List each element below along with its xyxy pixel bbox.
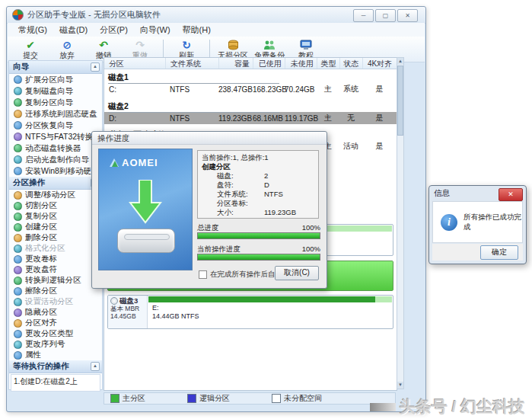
- close-button[interactable]: ✕: [397, 9, 418, 22]
- column-filesystem[interactable]: 文件系统: [165, 58, 218, 69]
- menu-partition[interactable]: 分区(P): [94, 24, 134, 36]
- sidebar-item-partition-alignment[interactable]: 分区对齐: [9, 318, 102, 328]
- field-value: NTFS: [264, 190, 283, 199]
- operation-icon: [14, 319, 22, 328]
- sidebar-item-ntfs-fat32-converter[interactable]: NTFS与FAT32转换器: [9, 131, 102, 142]
- sidebar-item-resize-move-partition[interactable]: 调整/移动分区: [9, 190, 102, 200]
- vertical-scrollbar[interactable]: ▲ ▼: [397, 57, 404, 389]
- wizard-icon: [14, 155, 22, 164]
- menu-help[interactable]: 帮助(H): [177, 24, 217, 36]
- column-4k-aligned[interactable]: 4K对齐: [362, 58, 397, 69]
- app-logo-icon: [12, 9, 24, 21]
- sidebar-item-copy-partition[interactable]: 复制分区: [9, 211, 102, 222]
- sidebar-item-bootable-cd-wizard[interactable]: 启动光盘制作向导: [9, 154, 102, 165]
- menu-disk[interactable]: 磁盘(D): [53, 24, 94, 36]
- wizard-icon: [14, 87, 22, 95]
- collapse-icon[interactable]: ▲: [91, 62, 100, 72]
- scrollbar-thumb[interactable]: [397, 66, 403, 136]
- sidebar-item-partition-copy-wizard[interactable]: 复制分区向导: [9, 97, 102, 108]
- operation-icon: [14, 266, 22, 274]
- disk3-partition-block[interactable]: E: 14.44GB NTFS: [148, 296, 393, 328]
- operation-icon: [14, 255, 22, 264]
- sidebar-item-hide-partition[interactable]: 隐藏分区: [9, 307, 102, 318]
- operation-icon: [14, 223, 22, 232]
- table-cell: 无: [339, 113, 362, 123]
- wizard-icon: [14, 98, 22, 107]
- sidebar-item-convert-to-logical[interactable]: 转换到逻辑分区: [9, 275, 102, 286]
- sidebar-item-dynamic-disk-converter[interactable]: 动态磁盘转换器: [9, 142, 102, 154]
- menu-wizard[interactable]: 向导(W): [134, 24, 177, 36]
- toolbar-separator: [209, 40, 210, 59]
- sidebar-item-delete-partition[interactable]: 删除分区: [9, 232, 102, 243]
- column-type[interactable]: 类型: [317, 58, 339, 69]
- discard-icon: ⊘: [62, 40, 72, 51]
- table-row-c[interactable]: C: NTFS 238.47GB 168.23GB 70.24GB 主 系统 是: [104, 83, 397, 95]
- sidebar-item-disk-copy-wizard[interactable]: 复制磁盘向导: [9, 85, 102, 97]
- operation-icon: [14, 298, 22, 306]
- diskmap-disk3[interactable]: 磁盘3 基本 MBR 14.45GB E: 14.44GB NTFS: [107, 295, 393, 329]
- sidebar-item-win8-to-usb[interactable]: 安装Win8到移动硬盘: [9, 165, 102, 177]
- minimize-button[interactable]: ─: [353, 9, 374, 22]
- menu-general[interactable]: 常规(G): [12, 24, 53, 36]
- pending-operation-item[interactable]: 1.创建D:在磁盘2上: [11, 374, 100, 392]
- scroll-up-icon[interactable]: ▲: [397, 58, 403, 65]
- close-icon[interactable]: ✕: [499, 188, 523, 201]
- operation-icon: [14, 234, 22, 242]
- sidebar-item-partition-recovery-wizard[interactable]: 分区恢复向导: [9, 120, 102, 131]
- section-wizards[interactable]: 向导 ▲: [9, 61, 102, 74]
- operation-icon: [14, 191, 22, 200]
- sidebar-item-wipe-partition[interactable]: 擦除分区: [9, 286, 102, 296]
- sidebar-item-change-label[interactable]: 更改卷标: [9, 254, 102, 264]
- checkbox-icon[interactable]: [199, 270, 207, 279]
- column-partition[interactable]: 分区: [104, 58, 165, 69]
- window-title: 分区助手专业版 - 无损分区电脑软件: [27, 9, 161, 21]
- collapse-icon[interactable]: ▲: [91, 362, 100, 371]
- section-pending-operations[interactable]: 等待执行的操作 ▲: [9, 360, 102, 373]
- sidebar-item-extend-partition-wizard[interactable]: 扩展分区向导: [9, 74, 102, 85]
- table-cell: NTFS: [165, 85, 218, 94]
- wizard-icon: [14, 133, 22, 141]
- sidebar-item-format-partition[interactable]: 格式化分区: [9, 243, 102, 254]
- brand-name: AOMEI: [122, 157, 158, 168]
- sidebar-item-change-partition-type[interactable]: 更改分区类型: [9, 328, 102, 339]
- menubar: 常规(G) 磁盘(D) 分区(P) 向导(W) 帮助(H): [8, 23, 425, 37]
- legend-primary: 主分区: [110, 393, 145, 404]
- info-icon: i: [441, 214, 457, 231]
- column-status[interactable]: 状态: [339, 58, 362, 69]
- disk1-group-row: 磁盘1: [104, 72, 397, 83]
- section-partition-operations[interactable]: 分区操作 ▲: [9, 177, 102, 190]
- scroll-down-icon[interactable]: ▼: [397, 382, 403, 389]
- column-unused[interactable]: 未使用: [285, 58, 317, 69]
- sidebar-item-set-active-partition[interactable]: 设置活动分区: [9, 296, 102, 307]
- discard-button[interactable]: ⊘ 放弃: [49, 39, 85, 60]
- wizard-list: 扩展分区向导 复制磁盘向导 复制分区向导 迁移系统到固态硬盘 分区恢复向导 NT…: [9, 74, 102, 177]
- message-box-footer: 确定: [432, 244, 523, 261]
- column-used[interactable]: 已使用: [253, 58, 285, 69]
- sidebar-item-properties[interactable]: 属性: [9, 350, 102, 360]
- disk3-size: 14.45GB: [110, 312, 145, 320]
- free-backup-icon: [263, 40, 276, 51]
- table-cell: 系统: [339, 84, 362, 94]
- sidebar-item-change-drive-letter[interactable]: 更改盘符: [9, 264, 102, 275]
- sidebar-item-migrate-os-to-ssd[interactable]: 迁移系统到固态硬盘: [9, 108, 102, 120]
- maximize-button[interactable]: ▢: [375, 9, 396, 22]
- operation-icon: [14, 213, 22, 221]
- ok-button[interactable]: 确定: [480, 245, 518, 260]
- progress-fill: [198, 233, 320, 238]
- progress-dialog-titlebar: 操作进度: [92, 132, 327, 145]
- operation-list: 调整/移动分区 切割分区 复制分区 创建分区 删除分区 格式化分区 更改卷标 更…: [9, 190, 102, 360]
- cancel-button[interactable]: 取消(C): [275, 266, 319, 280]
- table-row-d-selected[interactable]: D: NTFS 119.23GB 68.16MB 119.17GB 主 无 是: [104, 112, 397, 124]
- sidebar-item-create-partition[interactable]: 创建分区: [9, 222, 102, 232]
- wizard-icon: [14, 144, 22, 152]
- legend-logical: 逻辑分区: [187, 393, 230, 404]
- commit-button[interactable]: ✔ 提交: [12, 39, 49, 60]
- table-cell: 活动: [339, 141, 362, 152]
- column-capacity[interactable]: 容量: [218, 58, 253, 69]
- table-cell: C:: [104, 85, 165, 94]
- sidebar-item-change-serial-number[interactable]: 更改序列号: [9, 339, 102, 350]
- toolbar-separator: [163, 40, 164, 59]
- redo-icon: ↷: [135, 40, 145, 51]
- sidebar-item-split-partition[interactable]: 切割分区: [9, 200, 102, 211]
- table-cell: 68.16MB: [253, 114, 285, 123]
